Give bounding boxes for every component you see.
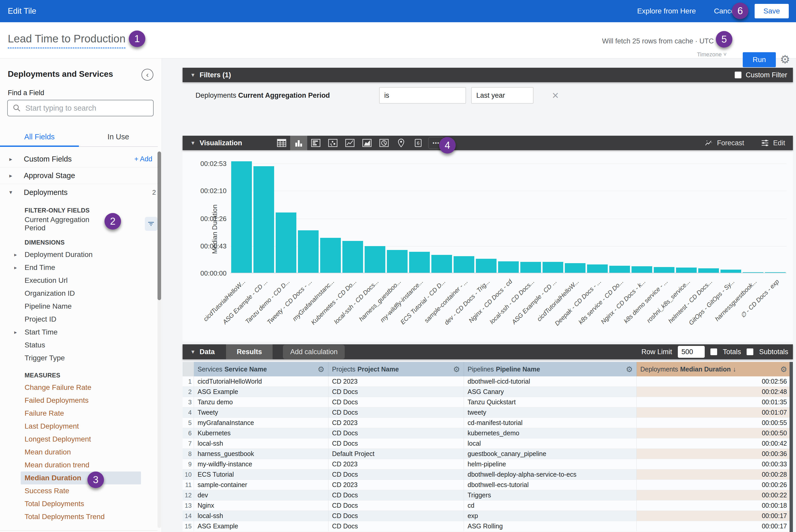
add-calculation-button[interactable]: Add calculation (283, 345, 345, 359)
expand-arrow-icon[interactable]: ▸ (9, 172, 24, 179)
cell-num[interactable]: 8 (183, 449, 194, 459)
bar-k8s-demo-service[interactable] (654, 267, 674, 273)
cell-c1[interactable]: Tweety (194, 407, 329, 418)
collapse-arrow-icon[interactable]: ▾ (9, 189, 24, 196)
cell-c2[interactable]: CD Docs (329, 500, 464, 511)
cell-c3[interactable]: ASG Rolling (464, 521, 637, 531)
cell-c3[interactable]: dbothwell-ecs-tutorial (464, 480, 637, 490)
cell-c4[interactable]: 00:00:36 (637, 449, 793, 459)
bar-mygrafanainstanc[interactable] (320, 238, 341, 273)
cell-c2[interactable]: CD Docs (329, 521, 464, 531)
row-limit-input[interactable] (678, 346, 705, 358)
cell-c1[interactable]: myGrafanaInstance (194, 418, 329, 428)
cell-c1[interactable]: Nginx (194, 500, 329, 511)
expand-arrow-icon[interactable]: ▸ (14, 264, 17, 271)
cell-c4[interactable]: 00:00:33 (637, 459, 793, 470)
search-input[interactable] (25, 104, 139, 112)
sidebar-measure-mean-duration-trend[interactable]: Mean duration trend (0, 459, 158, 472)
bar-deepak-cd-docs[interactable] (587, 264, 608, 273)
cell-num[interactable]: 1 (183, 376, 194, 387)
add-custom-field-link[interactable]: + Add (134, 155, 152, 163)
cell-c4[interactable]: 00:02:48 (637, 387, 793, 397)
sidebar-field-status[interactable]: Status (0, 339, 158, 352)
bar-harness-guestboo[interactable] (387, 250, 408, 273)
cell-c1[interactable]: Kubernetes (194, 428, 329, 438)
bar-kubernetes-cd-do[interactable] (343, 241, 363, 273)
save-button[interactable]: Save (755, 4, 789, 18)
cell-c3[interactable]: tweety (464, 407, 637, 418)
cell-c4[interactable]: 00:00:17 (637, 511, 793, 521)
bar-local-ssh-cd-docs[interactable] (520, 262, 541, 273)
cell-num[interactable]: 6 (183, 428, 194, 438)
collapse-arrow-icon[interactable]: ▼ (190, 72, 196, 78)
cell-c2[interactable]: Default Project (329, 449, 464, 459)
cell-c2[interactable]: CD Docs (329, 438, 464, 449)
column-header-pipeline-name[interactable]: PipelinesPipeline Name⚙ (464, 362, 637, 376)
cell-c1[interactable]: dev (194, 490, 329, 500)
cell-c1[interactable]: ASG Example (194, 521, 329, 531)
vis-type-pie-button[interactable] (375, 136, 393, 150)
cell-c4[interactable]: 00:02:56 (637, 376, 793, 387)
tab-in-use[interactable]: In Use (79, 127, 158, 146)
cell-c1[interactable]: Tanzu demo (194, 397, 329, 407)
cell-c3[interactable]: guestbook_canary_pipeline (464, 449, 637, 459)
sidebar-measure-change-failure-rate[interactable]: Change Failure Rate (0, 381, 158, 394)
visualization-section-bar[interactable]: ▼ Visualization 6••• Forecast Edit (183, 136, 793, 150)
sidebar-field-execution-url[interactable]: Execution Url (0, 274, 158, 287)
sidebar-measure-mean-duration[interactable]: Mean duration (0, 446, 158, 459)
cell-c4[interactable]: 00:00:55 (637, 418, 793, 428)
cell-c3[interactable]: exp (464, 511, 637, 521)
sidebar-measure-success-rate[interactable]: Success Rate (0, 484, 158, 497)
cell-c1[interactable]: cicdTutorialHelloWorld (194, 376, 329, 387)
column-gear-icon[interactable]: ⚙ (626, 365, 633, 374)
sidebar-field-project-id[interactable]: Project ID (0, 313, 158, 326)
cell-num[interactable]: 3 (183, 397, 194, 407)
table-scrollbar-thumb[interactable] (790, 362, 793, 532)
cell-c1[interactable]: harness_guestbook (194, 449, 329, 459)
explore-from-here-link[interactable]: Explore from Here (637, 7, 696, 15)
sidebar-measure-failed-deployments[interactable]: Failed Deployments (0, 394, 158, 407)
vis-type-column-button[interactable] (290, 136, 307, 150)
cell-c2[interactable]: CD Docs (329, 470, 464, 480)
cell-c2[interactable]: CD Docs (329, 490, 464, 500)
vis-type-map-button[interactable] (393, 136, 410, 150)
cell-c1[interactable]: ECS Tutorial (194, 470, 329, 480)
cell-num[interactable]: 7 (183, 438, 194, 449)
cell-num[interactable]: 14 (183, 511, 194, 521)
cell-num[interactable]: 9 (183, 459, 194, 470)
cell-c3[interactable]: dbothwell-deploy-alpha-service-to-ecs (464, 470, 637, 480)
cell-c3[interactable]: kubernetes_demo (464, 428, 637, 438)
custom-filter-toggle[interactable]: Custom Filter (735, 71, 787, 79)
column-gear-icon[interactable]: ⚙ (318, 365, 325, 374)
cell-c3[interactable]: cd-manifest-tutorial (464, 418, 637, 428)
bar-cicdtutorialhellow[interactable] (231, 161, 252, 273)
expand-arrow-icon[interactable]: ▸ (14, 251, 17, 258)
vis-type-line-button[interactable] (341, 136, 358, 150)
cell-c1[interactable]: sample-container (194, 480, 329, 490)
cell-c2[interactable]: CD 2023 (329, 480, 464, 490)
cell-num[interactable]: 13 (183, 500, 194, 511)
field-search-box[interactable] (7, 100, 154, 116)
group-deployments[interactable]: ▾ Deployments 2 (0, 184, 158, 201)
collapse-arrow-icon[interactable]: ▼ (190, 140, 196, 146)
column-header-project-name[interactable]: ProjectsProject Name⚙ (329, 362, 464, 376)
group-approval-stage[interactable]: ▸ Approval Stage (0, 168, 158, 184)
sidebar-field-end-time[interactable]: ▸End Time (0, 261, 158, 274)
cell-num[interactable]: 12 (183, 490, 194, 500)
filters-section-bar[interactable]: ▼ Filters (1) Custom Filter (183, 68, 793, 82)
sidebar-field-start-time[interactable]: ▸Start Time (0, 326, 158, 339)
filter-value-input[interactable]: Last year (471, 87, 534, 104)
data-section-bar[interactable]: ▼ Data Results Add calculation Row Limit… (183, 344, 793, 359)
cell-c3[interactable]: ASG Canary (464, 387, 637, 397)
cell-c3[interactable]: Tanzu Quickstart (464, 397, 637, 407)
cell-c1[interactable]: local-ssh (194, 438, 329, 449)
cell-c4[interactable]: 00:00:42 (637, 438, 793, 449)
vis-type-bar-button[interactable] (307, 136, 324, 150)
custom-filter-checkbox[interactable] (735, 72, 741, 78)
forecast-button[interactable]: Forecast (704, 138, 744, 147)
filter-by-field-button[interactable] (145, 217, 158, 231)
cell-c4[interactable]: 00:00:17 (637, 521, 793, 531)
remove-filter-icon[interactable]: × (552, 90, 559, 101)
cell-c4[interactable]: 00:00:22 (637, 490, 793, 500)
bar-harnessguestbook[interactable] (743, 272, 763, 273)
